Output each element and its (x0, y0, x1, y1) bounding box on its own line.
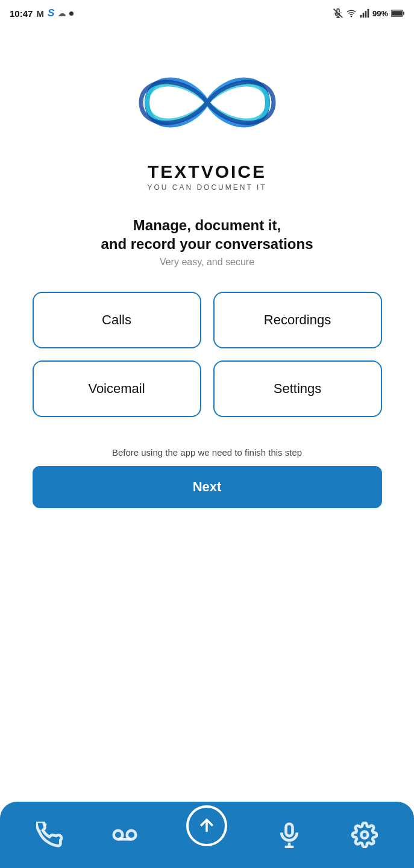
nav-center-button[interactable] (186, 805, 227, 846)
svg-rect-15 (286, 824, 293, 836)
status-bar: 10:47 M S ☁ 99% (0, 0, 414, 24)
svg-rect-4 (360, 15, 362, 18)
main-content: TEXTVOICE YOU CAN DOCUMENT IT Manage, do… (0, 24, 414, 526)
svg-rect-10 (392, 11, 402, 16)
upload-icon (196, 816, 217, 836)
next-button[interactable]: Next (33, 466, 382, 508)
mic-icon (276, 822, 303, 848)
battery-percentage: 99% (372, 9, 388, 18)
mute-icon (333, 8, 343, 18)
settings-button[interactable]: Settings (213, 360, 382, 417)
logo-container: TEXTVOICE YOU CAN DOCUMENT IT (111, 48, 304, 192)
nav-settings-button[interactable] (351, 822, 378, 848)
gear-icon (351, 822, 378, 848)
svg-rect-7 (368, 9, 369, 18)
signal-icon (360, 8, 369, 18)
calls-button[interactable]: Calls (33, 292, 201, 348)
grid-buttons: Calls Recordings Voicemail Settings (33, 292, 382, 417)
gmail-icon: M (36, 8, 44, 19)
svg-rect-9 (403, 11, 404, 14)
status-time: 10:47 (10, 8, 33, 19)
cloud-icon: ☁ (58, 9, 66, 18)
notification-dot (69, 11, 74, 16)
voicemail-icon (111, 822, 138, 848)
status-right: 99% (333, 8, 404, 18)
headline-section: Manage, document it,and record your conv… (101, 216, 313, 268)
wifi-icon (346, 8, 357, 18)
svg-point-18 (361, 832, 368, 838)
bottom-nav (0, 802, 414, 868)
status-left: 10:47 M S ☁ (10, 7, 74, 19)
phone-icon (36, 822, 63, 848)
nav-record-button[interactable] (276, 822, 303, 848)
svg-rect-6 (365, 11, 367, 17)
next-hint-text: Before using the app we need to finish t… (33, 447, 382, 458)
headline-sub: Very easy, and secure (101, 257, 313, 268)
skype-icon: S (48, 7, 54, 19)
svg-rect-5 (363, 13, 365, 17)
textvoice-logo (111, 48, 304, 157)
app-tagline-label: YOU CAN DOCUMENT IT (147, 183, 266, 192)
svg-point-3 (351, 16, 351, 17)
headline-main: Manage, document it,and record your conv… (101, 216, 313, 253)
recordings-button[interactable]: Recordings (213, 292, 382, 348)
nav-voicemail-button[interactable] (111, 822, 138, 848)
next-section: Before using the app we need to finish t… (33, 447, 382, 508)
voicemail-button[interactable]: Voicemail (33, 360, 201, 417)
app-name-label: TEXTVOICE (148, 162, 266, 182)
battery-icon (391, 9, 404, 17)
nav-calls-button[interactable] (36, 822, 63, 848)
